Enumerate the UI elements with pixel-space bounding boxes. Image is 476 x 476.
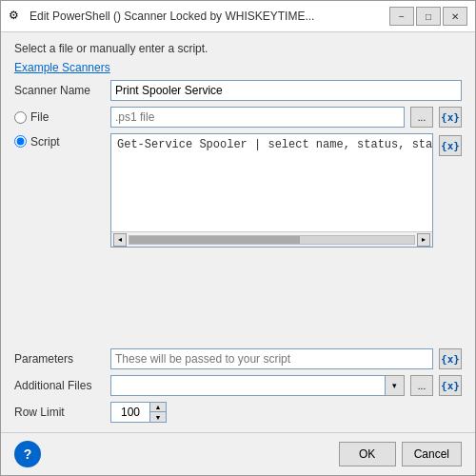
parameters-var-icon: {x}: [441, 353, 460, 366]
close-button[interactable]: ✕: [443, 7, 467, 26]
instruction-text: Select a file or manually enter a script…: [14, 42, 462, 55]
cancel-button[interactable]: Cancel: [402, 442, 462, 466]
script-var-wrapper: {x}: [439, 133, 462, 156]
scroll-thumb[interactable]: [129, 236, 300, 244]
minimize-button[interactable]: −: [389, 7, 414, 26]
row-limit-row: Row Limit ▲ ▼: [14, 402, 462, 423]
file-radio-label[interactable]: File: [14, 107, 105, 128]
file-var-icon: {x}: [441, 111, 460, 124]
spinner-up-button[interactable]: ▲: [150, 403, 166, 412]
row-limit-spinner[interactable]: ▲ ▼: [110, 402, 167, 423]
additional-files-combo-wrapper: ▾: [110, 375, 405, 396]
file-radio[interactable]: [14, 111, 27, 124]
spinner-down-button[interactable]: ▼: [150, 412, 166, 422]
additional-files-browse-button[interactable]: ...: [410, 375, 433, 396]
footer: ? OK Cancel: [1, 432, 475, 475]
spinner-arrows: ▲ ▼: [149, 403, 166, 422]
scanner-name-row: Scanner Name: [14, 80, 462, 101]
script-radio[interactable]: [14, 135, 27, 148]
footer-left: ?: [14, 441, 41, 467]
scroll-track[interactable]: [129, 235, 415, 245]
window-icon: ⚙: [9, 9, 24, 24]
main-window: ⚙ Edit PowerShell () Scanner Locked by W…: [0, 0, 476, 476]
parameters-input[interactable]: [110, 348, 433, 369]
script-area-wrapper: Get-Service Spooler | select name, statu…: [110, 133, 433, 248]
script-hscrollbar[interactable]: ◂ ▸: [111, 231, 432, 247]
help-button[interactable]: ?: [14, 441, 41, 467]
additional-files-row: Additional Files ▾ ... {x}: [14, 375, 462, 396]
title-bar: ⚙ Edit PowerShell () Scanner Locked by W…: [1, 1, 475, 32]
script-radio-label[interactable]: Script: [14, 133, 105, 154]
parameters-var-button[interactable]: {x}: [439, 348, 462, 369]
window-title: Edit PowerShell () Scanner Locked by WHI…: [30, 10, 384, 23]
scroll-right-arrow[interactable]: ▸: [417, 233, 430, 247]
title-bar-controls: − □ ✕: [389, 7, 467, 26]
footer-right: OK Cancel: [339, 442, 462, 466]
parameters-row: Parameters {x}: [14, 348, 462, 369]
additional-files-dropdown-button[interactable]: ▾: [386, 375, 405, 396]
script-content-text[interactable]: Get-Service Spooler | select name, statu…: [111, 134, 432, 231]
file-row: File ... {x}: [14, 107, 462, 128]
example-scanners-link[interactable]: Example Scanners: [14, 61, 462, 74]
script-var-icon: {x}: [441, 140, 460, 152]
script-label-text: Script: [30, 135, 60, 149]
scroll-left-arrow[interactable]: ◂: [113, 233, 127, 247]
scanner-name-input[interactable]: [110, 80, 462, 101]
maximize-button[interactable]: □: [416, 7, 441, 26]
script-row: Script Get-Service Spooler | select name…: [14, 133, 462, 343]
row-limit-input[interactable]: [111, 403, 149, 422]
additional-files-input[interactable]: [110, 375, 386, 396]
content-area: Select a file or manually enter a script…: [1, 32, 475, 432]
scanner-name-label: Scanner Name: [14, 84, 105, 97]
file-browse-button[interactable]: ...: [410, 107, 433, 128]
row-limit-label: Row Limit: [14, 406, 105, 419]
additional-files-var-icon: {x}: [441, 380, 460, 392]
file-input[interactable]: [110, 107, 405, 128]
ok-button[interactable]: OK: [339, 442, 396, 466]
additional-files-label: Additional Files: [14, 379, 105, 392]
script-var-button[interactable]: {x}: [439, 135, 462, 156]
additional-files-var-button[interactable]: {x}: [439, 375, 462, 396]
file-var-button[interactable]: {x}: [439, 107, 462, 128]
parameters-label: Parameters: [14, 352, 105, 366]
file-label-text: File: [30, 110, 49, 124]
